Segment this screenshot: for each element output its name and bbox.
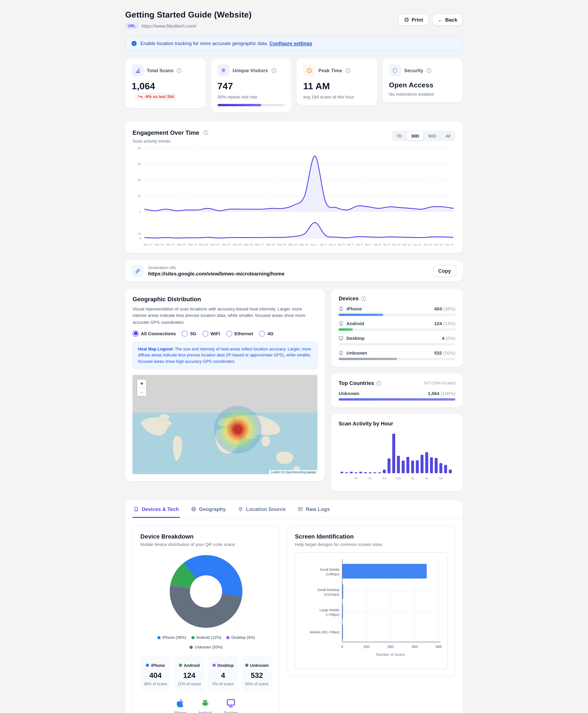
row-bar — [339, 398, 456, 401]
device-breakdown-card: Device Breakdown Mobile device distribut… — [133, 526, 280, 713]
stat-label: Unique Visitors — [233, 68, 268, 73]
device-breakdown-subtitle: Mobile device distribution of your QR co… — [141, 542, 272, 547]
info-icon — [376, 381, 381, 386]
svg-text:20: 20 — [138, 232, 141, 235]
map-zoom-out-button[interactable]: − — [137, 388, 146, 396]
device-count: 4 — [211, 671, 235, 680]
radio-label: All Connections — [141, 331, 176, 336]
svg-text:0: 0 — [140, 210, 141, 213]
country-rows: Unknown1,064 (100%) — [339, 391, 456, 401]
device-donut-chart — [170, 555, 243, 628]
radio-label: Ethernet — [234, 331, 253, 336]
legend-dot — [245, 664, 248, 667]
legend-dot — [157, 636, 161, 639]
x-tick: Mar 26 — [244, 243, 253, 246]
legend-label: Unknown (50%) — [195, 645, 223, 649]
device-breakdown-title: Device Breakdown — [141, 533, 272, 540]
x-tick: Apr 10 — [392, 243, 400, 246]
monitor-icon — [339, 336, 344, 341]
analytics-tabs-card: Devices & TechGeographyLocation SourceRa… — [125, 500, 463, 713]
top-countries-title: Top Countries — [339, 380, 374, 386]
trend-badge: -8% vs last 30d — [135, 93, 177, 100]
engagement-brush-chart[interactable]: 020 — [133, 219, 456, 240]
radio-label: 5G — [190, 331, 196, 336]
svg-text:Large Mobile: Large Mobile — [319, 608, 339, 612]
x-tick: Apr 4 — [338, 243, 345, 246]
x-tick: Apr 13 — [424, 243, 432, 246]
svg-text:20: 20 — [138, 194, 141, 197]
device-count: 532 — [245, 671, 269, 680]
device-rows: iPhone404 (38%)Android124 (12%)Desktop4 … — [339, 306, 456, 360]
screen-size-bar-chart: 0150300450600Small Mobile(≤480px)Small D… — [298, 558, 444, 664]
platform-label: iPhone — [174, 711, 186, 713]
x-tick: Mar 20 — [177, 243, 186, 246]
legend-item-android: Android (12%) — [191, 635, 221, 640]
map-empty-tiles — [133, 375, 317, 413]
x-tick: Apr 3 — [329, 243, 336, 246]
leaflet-link[interactable]: Leaflet — [271, 470, 280, 474]
x-tick: Apr 12 — [413, 243, 422, 246]
x-tick: Apr 2 — [320, 243, 327, 246]
arrow-left-icon: ← — [438, 17, 443, 22]
device-stat-desktop: Desktop40% of scans — [208, 656, 238, 691]
monitor-icon — [226, 698, 236, 708]
range-button-30d[interactable]: 30D — [407, 131, 423, 140]
heat-blob — [214, 406, 262, 454]
svg-text:60: 60 — [138, 162, 141, 166]
configure-settings-link[interactable]: Configure settings — [270, 40, 312, 46]
radio-icon — [202, 331, 208, 336]
filter-4g[interactable]: 4G — [259, 331, 274, 336]
stat-subtext: 30% repeat visit rate — [217, 94, 285, 99]
tab-geography[interactable]: Geography — [190, 500, 227, 518]
info-icon — [271, 68, 276, 73]
x-tick: Apr 9 — [383, 243, 390, 246]
row-bar — [339, 328, 456, 331]
row-value: 404 (38%) — [434, 306, 455, 311]
svg-text:Mobile (481-768px): Mobile (481-768px) — [310, 630, 340, 634]
legend-label: Desktop (0%) — [231, 635, 255, 640]
info-icon — [345, 68, 351, 73]
radio-label: 4G — [267, 331, 274, 336]
shield-icon — [389, 64, 401, 76]
filter-ethernet[interactable]: Ethernet — [226, 331, 253, 336]
x-tick: Mar 27 — [255, 243, 264, 246]
row-pct: (0%) — [446, 336, 455, 341]
map-zoom-in-button[interactable]: + — [137, 380, 146, 388]
geographic-distribution-card: Geographic Distribution Visual represent… — [125, 289, 325, 481]
legend-item-iphone: iPhone (38%) — [157, 635, 186, 640]
copy-button[interactable]: Copy — [433, 265, 457, 277]
range-button-7d[interactable]: 7D — [392, 131, 406, 140]
x-tick: Mar 30 — [288, 243, 297, 246]
top-countries-panel: Top Countries 547/1064 located Unknown1,… — [331, 374, 463, 407]
back-button[interactable]: ← Back — [433, 14, 463, 26]
legend-dot — [190, 646, 193, 649]
map-zoom-control: + − — [137, 379, 147, 397]
radio-label: WiFi — [211, 331, 220, 336]
tab-raw-logs[interactable]: Raw Logs — [297, 500, 331, 518]
tab-devices-tech[interactable]: Devices & Tech — [133, 500, 180, 518]
x-tick: Mar 28 — [266, 243, 275, 246]
heat-map[interactable]: + − Leaflet | © OpenStreetMap peeps — [133, 375, 317, 474]
phone-icon — [339, 351, 344, 356]
range-button-all[interactable]: All — [441, 131, 455, 140]
row-bar — [339, 314, 456, 316]
print-button[interactable]: Print — [398, 14, 428, 26]
row-pct: (100%) — [441, 391, 456, 396]
pin-icon — [238, 506, 243, 512]
tab-location-source[interactable]: Location Source — [237, 500, 287, 518]
stat-value: Open Access — [389, 81, 457, 89]
filter-all-connections[interactable]: All Connections — [133, 331, 176, 336]
filter-wifi[interactable]: WiFi — [202, 331, 220, 336]
row-pct: (50%) — [443, 351, 456, 356]
osm-link[interactable]: OpenStreetMap — [286, 470, 307, 474]
svg-text:3p: 3p — [411, 476, 415, 480]
range-button-90d[interactable]: 90D — [424, 131, 441, 140]
filter-5g[interactable]: 5G — [182, 331, 196, 336]
legend-item-desktop: Desktop (0%) — [226, 635, 255, 640]
svg-text:6a: 6a — [369, 476, 372, 480]
x-tick: Apr 14 — [434, 243, 443, 246]
hourly-bar-chart: 3a6a9a12p3p6p9p — [339, 426, 456, 482]
x-tick: Mar 18 — [155, 243, 164, 246]
stat-value: 747 — [217, 81, 285, 91]
stat-card-unique-visitors: Unique Visitors74730% repeat visit rate — [211, 58, 291, 112]
